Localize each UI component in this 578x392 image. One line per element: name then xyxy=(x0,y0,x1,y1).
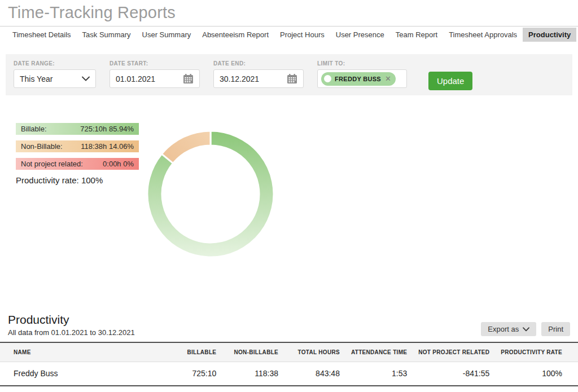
date-end-label: DATE END: xyxy=(213,60,304,67)
legend-row-billable: Billable: 725:10h 85.94% xyxy=(16,123,139,135)
col-total-hours: TOTAL HOURS xyxy=(284,342,345,362)
page-title: Time-Tracking Reports xyxy=(8,3,578,22)
table-row: Freddy Buss 725:10 118:38 843:48 1:53 -8… xyxy=(0,362,578,386)
date-end-input[interactable] xyxy=(220,74,276,83)
chevron-down-icon xyxy=(523,325,529,333)
limit-to-label: LIMIT TO: xyxy=(317,60,407,67)
section-title: Productivity xyxy=(8,313,135,327)
calendar-icon[interactable] xyxy=(183,73,194,84)
tab-user-summary[interactable]: User Summary xyxy=(137,28,197,42)
export-as-button[interactable]: Export as xyxy=(481,322,536,336)
date-start-label: DATE START: xyxy=(110,60,200,67)
col-not-project-related: NOT PROJECT RELATED xyxy=(413,342,495,362)
limit-to-field: LIMIT TO: FREDDY BUSS ✕ xyxy=(317,60,407,88)
cell-attendance-time: 1:53 xyxy=(345,362,413,386)
col-productivity-rate: PRODUCTIVITY RATE xyxy=(495,342,578,362)
date-range-field: DATE RANGE: This Year xyxy=(14,60,96,88)
tab-project-hours[interactable]: Project Hours xyxy=(274,28,330,42)
legend-label: Non-Billable: xyxy=(21,142,63,151)
legend-value: 0:00h 0% xyxy=(103,160,134,168)
page-header: Time-Tracking Reports xyxy=(0,0,578,27)
section-titles: Productivity All data from 01.01.2021 to… xyxy=(8,313,135,337)
tab-timesheet-approvals[interactable]: Timesheet Approvals xyxy=(443,28,523,42)
section-actions: Export as Print xyxy=(481,322,570,337)
donut-segment-non-billable xyxy=(161,131,211,163)
user-chip: FREDDY BUSS ✕ xyxy=(321,72,396,86)
col-attendance-time: ATTENDANCE TIME xyxy=(345,342,413,362)
cell-non-billable: 118:38 xyxy=(222,362,284,386)
report-tab-bar: Timesheet Details Task Summary User Summ… xyxy=(0,27,578,43)
tab-team-report[interactable]: Team Report xyxy=(390,28,443,42)
legend-value: 118:38h 14.06% xyxy=(81,142,134,151)
tab-productivity[interactable]: Productivity xyxy=(523,28,576,42)
user-chip-label: FREDDY BUSS xyxy=(335,76,381,82)
productivity-section-header: Productivity All data from 01.01.2021 to… xyxy=(0,313,578,337)
tab-absenteeism-report[interactable]: Absenteeism Report xyxy=(196,28,274,42)
cell-total-hours: 843:48 xyxy=(284,362,345,386)
productivity-rate-text: Productivity rate: 100% xyxy=(16,175,139,185)
cell-productivity-rate: 100% xyxy=(495,362,578,386)
legend-value: 725:10h 85.94% xyxy=(80,125,134,133)
date-range-select[interactable]: This Year xyxy=(14,69,96,88)
limit-to-input[interactable]: FREDDY BUSS ✕ xyxy=(317,69,407,88)
chart-legend: Billable: 725:10h 85.94% Non-Billable: 1… xyxy=(16,123,139,185)
export-as-label: Export as xyxy=(488,325,519,333)
productivity-table: NAME BILLABLE NON-BILLABLE TOTAL HOURS A… xyxy=(0,342,578,386)
update-button[interactable]: Update xyxy=(428,72,472,90)
table-header-row: NAME BILLABLE NON-BILLABLE TOTAL HOURS A… xyxy=(0,342,578,362)
date-start-field: DATE START: xyxy=(110,60,200,88)
productivity-chart-area: Billable: 725:10h 85.94% Non-Billable: 1… xyxy=(0,95,578,309)
cell-not-project-related: -841:55 xyxy=(413,362,495,386)
print-button[interactable]: Print xyxy=(541,322,570,336)
user-status-dot xyxy=(324,75,331,82)
date-range-value: This Year xyxy=(20,74,52,83)
date-start-input[interactable] xyxy=(116,74,172,83)
legend-row-not-project-related: Not project related: 0:00h 0% xyxy=(16,158,139,170)
tab-user-presence[interactable]: User Presence xyxy=(330,28,390,42)
date-range-label: DATE RANGE: xyxy=(14,60,96,67)
tab-timesheet-details[interactable]: Timesheet Details xyxy=(7,28,77,42)
legend-label: Not project related: xyxy=(21,160,83,168)
section-subtitle: All data from 01.01.2021 to 30.12.2021 xyxy=(8,328,135,337)
legend-row-non-billable: Non-Billable: 118:38h 14.06% xyxy=(16,140,139,152)
legend-label: Billable: xyxy=(21,125,47,133)
chevron-down-icon xyxy=(82,76,90,81)
cell-billable: 725:10 xyxy=(170,362,222,386)
cell-name: Freddy Buss xyxy=(0,362,170,386)
calendar-icon[interactable] xyxy=(287,73,297,84)
filter-bar: DATE RANGE: This Year DATE START: xyxy=(6,54,572,95)
col-billable: BILLABLE xyxy=(170,342,222,362)
col-name: NAME xyxy=(0,342,170,362)
remove-user-icon[interactable]: ✕ xyxy=(385,75,391,82)
tab-task-summary[interactable]: Task Summary xyxy=(77,28,137,42)
donut-chart xyxy=(145,129,276,259)
date-end-field: DATE END: xyxy=(213,60,304,88)
col-non-billable: NON-BILLABLE xyxy=(222,342,284,362)
